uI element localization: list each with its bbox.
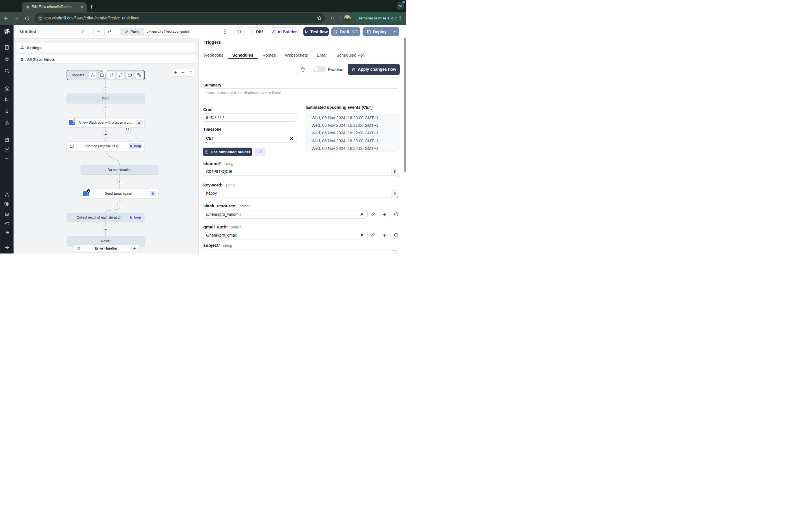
edit-name-pencil-icon[interactable] <box>80 30 84 34</box>
add-step-button[interactable] <box>117 202 122 207</box>
sidebar-item-runs[interactable] <box>0 95 13 104</box>
tab-webhooks[interactable]: Webhooks <box>199 51 228 59</box>
clear-resource-icon[interactable] <box>360 233 364 237</box>
windmill-logo[interactable] <box>0 27 13 36</box>
scheduled-poll-trigger-button[interactable] <box>135 71 143 79</box>
sidebar-expand[interactable] <box>0 243 13 251</box>
sidebar-item-audit-logs[interactable] <box>0 228 13 237</box>
resize-grip-icon[interactable] <box>396 196 399 199</box>
triggers-node[interactable]: Triggers 1 <box>66 70 145 80</box>
input-node[interactable]: Input <box>66 94 145 103</box>
tab-scheduled-poll[interactable]: Scheduled Poll <box>332 51 369 59</box>
add-step-button[interactable] <box>103 227 108 232</box>
sidebar-item-favorites[interactable] <box>0 55 13 63</box>
slack-resource-input[interactable] <box>203 210 368 219</box>
edit-resource-pencil-icon[interactable] <box>370 233 375 238</box>
add-step-button[interactable] <box>117 179 122 184</box>
browser-tab[interactable]: Edit Flow u/henri/effective_un <box>22 2 87 12</box>
sidebar-item-folders[interactable] <box>0 219 13 228</box>
apply-changes-button[interactable]: Apply changes now <box>348 64 400 75</box>
test-flow-button[interactable]: Test flow <box>303 27 329 36</box>
email-trigger-button[interactable] <box>126 71 133 79</box>
webhook-trigger-button[interactable] <box>89 71 96 79</box>
summary-input[interactable] <box>203 89 399 97</box>
more-options-kebab-icon[interactable] <box>223 27 227 36</box>
sidebar-item-flows[interactable] <box>0 145 13 154</box>
sidebar-item-add[interactable] <box>0 154 13 163</box>
diff-button[interactable]: Diff <box>247 27 266 36</box>
collect-result-node[interactable]: Collect result of each iteration b_loop <box>67 213 144 222</box>
sidebar-item-settings[interactable] <box>0 200 13 208</box>
sidebar-item-schedules[interactable] <box>0 135 13 144</box>
error-handler-node[interactable]: Error Handler <box>74 245 140 252</box>
refresh-resource-icon[interactable] <box>394 233 399 238</box>
new-tab-icon[interactable] <box>90 5 93 9</box>
deploy-button[interactable]: Deploy <box>363 27 399 36</box>
sidebar-item-resources[interactable] <box>0 118 13 127</box>
panel-scrollbar-thumb[interactable] <box>404 38 406 172</box>
forloop-node[interactable]: For loop (skip failures) b_loop <box>66 142 145 151</box>
route-trigger-button[interactable] <box>107 71 115 79</box>
site-settings-button[interactable] <box>37 15 43 22</box>
gmail-auth-input[interactable] <box>203 231 368 239</box>
profile-avatar[interactable] <box>344 15 351 22</box>
back-icon[interactable] <box>4 16 9 21</box>
ai-cron-button[interactable] <box>255 148 265 156</box>
slack-step-node[interactable]: TS A new Slack post with a given wor... … <box>66 117 145 127</box>
sidebar-item-workspace[interactable] <box>0 43 13 52</box>
tab-email[interactable]: Email <box>312 51 332 59</box>
edit-resource-pencil-icon[interactable] <box>370 212 375 217</box>
tab-close-icon[interactable] <box>81 5 84 8</box>
tab-routes[interactable]: Routes <box>258 51 281 59</box>
bookmark-star-icon[interactable] <box>317 15 322 21</box>
insert-variable-button[interactable]: $ <box>391 189 398 197</box>
reload-icon[interactable] <box>24 16 30 21</box>
refresh-resource-icon[interactable] <box>394 212 399 217</box>
clear-timezone-icon[interactable] <box>290 136 294 140</box>
redo-button[interactable] <box>104 28 115 35</box>
delete-schedule-button[interactable] <box>297 64 308 75</box>
flow-name-field[interactable]: Untitled <box>17 27 88 36</box>
timezone-input[interactable] <box>203 134 297 143</box>
ai-builder-button[interactable]: AI Builder <box>270 27 298 36</box>
do-one-iteration-node[interactable]: Do one iteration <box>81 165 158 174</box>
undo-button[interactable] <box>94 28 104 35</box>
finish-update-button[interactable]: Terminer la mise à jour <box>354 13 405 23</box>
simplified-builder-button[interactable]: Use simplified builder <box>203 148 252 156</box>
flow-canvas[interactable]: Settings $ All Static Inputs Triggers <box>13 39 199 253</box>
sidebar-item-search[interactable] <box>0 66 13 75</box>
keyword-input[interactable] <box>203 189 399 198</box>
add-resource-button[interactable] <box>378 210 391 219</box>
deploy-dropdown[interactable] <box>391 30 399 34</box>
add-step-button[interactable] <box>103 87 108 93</box>
sidebar-item-workers[interactable] <box>0 210 13 218</box>
send-email-node[interactable]: TS Send Email (gmail) b <box>81 189 158 198</box>
sidebar-item-account[interactable] <box>0 190 13 199</box>
path-label-segment[interactable]: Path <box>120 28 144 35</box>
schedule-trigger-button[interactable]: 1 <box>98 71 105 79</box>
extensions-icon[interactable] <box>330 15 335 21</box>
add-step-button[interactable] <box>103 132 108 137</box>
sidebar-item-variables[interactable] <box>0 107 13 115</box>
clear-resource-icon[interactable] <box>360 212 364 216</box>
enabled-toggle[interactable] <box>313 66 326 72</box>
add-error-handler-button[interactable] <box>132 245 138 251</box>
pin-step-button[interactable] <box>124 126 131 132</box>
add-resource-button[interactable] <box>378 231 391 240</box>
path-input[interactable]: u/henri/effective_undef <box>144 28 189 35</box>
add-step-button[interactable] <box>103 107 108 112</box>
websocket-trigger-button[interactable] <box>117 71 124 79</box>
resize-grip-icon[interactable] <box>396 175 399 177</box>
url-bar[interactable]: app.windmill.dev/flows/edit/u/henri/effe… <box>35 13 325 23</box>
tab-schedules[interactable]: Schedules <box>228 51 258 59</box>
subject-input[interactable] <box>203 249 399 253</box>
insert-variable-button[interactable]: $ <box>391 168 398 175</box>
draft-button[interactable]: Draft ⌘S <box>331 27 360 36</box>
docs-button[interactable] <box>234 27 245 36</box>
insert-variable-button[interactable]: $ <box>391 250 398 254</box>
forward-icon[interactable] <box>14 16 19 21</box>
chrome-menu-kebab-icon[interactable] <box>398 14 402 22</box>
sidebar-item-home[interactable] <box>0 84 13 93</box>
tab-websockets[interactable]: Websockets <box>280 51 312 59</box>
channel-input[interactable] <box>203 167 399 176</box>
